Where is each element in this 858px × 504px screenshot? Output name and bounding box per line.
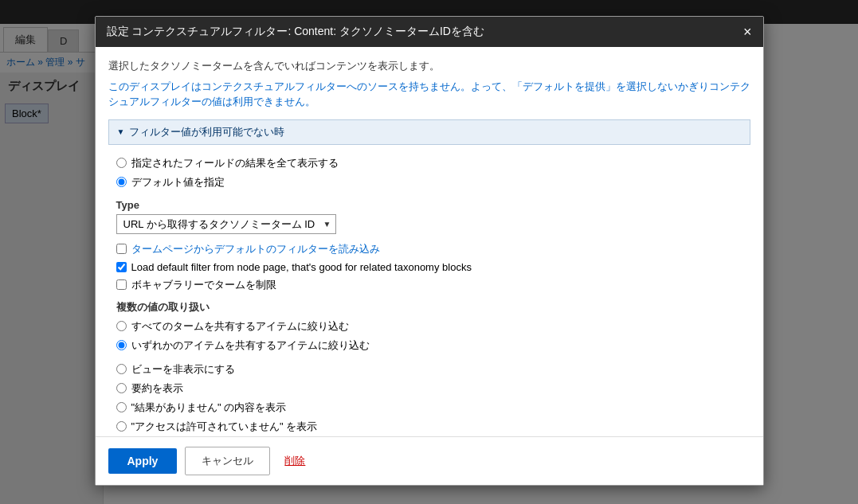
type-label: Type bbox=[116, 199, 742, 211]
checkbox-item-2: Load default filter from node page, that… bbox=[116, 261, 742, 273]
radio-any-terms-label: いずれかのアイテムを共有するアイテムに絞り込む bbox=[131, 338, 370, 353]
info-text-1: 選択したタクソノミータームを含んでいればコンテンツを表示します。 bbox=[108, 58, 750, 74]
radio-default-label: デフォルト値を指定 bbox=[131, 175, 225, 189]
radio-all[interactable] bbox=[116, 158, 127, 168]
radio-item-all-terms[interactable]: すべてのタームを共有するアイテムに絞り込む bbox=[116, 319, 742, 334]
delete-button[interactable]: 削除 bbox=[278, 451, 311, 471]
radio-no-results-label: "結果がありません" の内容を表示 bbox=[131, 400, 287, 415]
radio-item-summary[interactable]: 要約を表示 bbox=[116, 381, 742, 396]
checkbox-vocabulary[interactable] bbox=[116, 279, 127, 290]
type-select-wrapper: URL から取得するタクソノミーターム ID ▼ bbox=[116, 214, 336, 234]
radio-all-terms[interactable] bbox=[116, 321, 127, 331]
radio-access-denied[interactable] bbox=[116, 421, 127, 432]
type-select[interactable]: URL から取得するタクソノミーターム ID bbox=[116, 214, 336, 234]
radio-item-no-results[interactable]: "結果がありません" の内容を表示 bbox=[116, 400, 742, 415]
apply-button[interactable]: Apply bbox=[108, 448, 178, 474]
radio-group-1: 指定されたフィールドの結果を全て表示する デフォルト値を指定 bbox=[116, 156, 742, 189]
radio-item-access-denied[interactable]: "アクセスは許可されていません" を表示 bbox=[116, 420, 742, 434]
radio-item-default[interactable]: デフォルト値を指定 bbox=[116, 175, 742, 189]
modal-body: 選択したタクソノミータームを含んでいればコンテンツを表示します。 このディスプレ… bbox=[96, 47, 763, 436]
section-arrow-icon: ▼ bbox=[117, 127, 125, 136]
radio-access-denied-label: "アクセスは許可されていません" を表示 bbox=[131, 420, 318, 434]
multi-value-title: 複数の値の取り扱い bbox=[116, 300, 742, 315]
radio-default[interactable] bbox=[116, 177, 127, 187]
checkbox-term-page-label: タームページからデフォルトのフィルターを読み込み bbox=[131, 242, 380, 256]
checkbox-vocabulary-label: ボキャブラリーでタームを制限 bbox=[131, 278, 276, 292]
modal-close-button[interactable]: × bbox=[743, 25, 752, 39]
modal-footer: Apply キャンセル 削除 bbox=[96, 436, 763, 485]
modal-header: 設定 コンテクスチュアルフィルター: Content: タクソノミータームIDを… bbox=[96, 17, 763, 47]
radio-group-no-result: ビューを非表示にする 要約を表示 "結果がありません" の内容を表示 "アクセス… bbox=[116, 362, 742, 434]
modal-overlay: 設定 コンテクスチュアルフィルター: Content: タクソノミータームIDを… bbox=[0, 0, 858, 504]
checkbox-node-page-label: Load default filter from node page, that… bbox=[131, 261, 472, 273]
section-header[interactable]: ▼ フィルター値が利用可能でない時 bbox=[108, 119, 750, 145]
section-header-label: フィルター値が利用可能でない時 bbox=[129, 125, 284, 139]
radio-group-multi: すべてのタームを共有するアイテムに絞り込む いずれかのアイテムを共有するアイテム… bbox=[116, 319, 742, 353]
checkbox-item-1: タームページからデフォルトのフィルターを読み込み bbox=[116, 242, 742, 256]
radio-no-results[interactable] bbox=[116, 402, 127, 412]
radio-hide-label: ビューを非表示にする bbox=[131, 362, 235, 377]
cancel-button[interactable]: キャンセル bbox=[185, 447, 270, 475]
info-text-2: このディスプレイはコンテクスチュアルフィルターへのソースを持ちません。よって、「… bbox=[108, 79, 750, 110]
checkbox-item-3: ボキャブラリーでタームを制限 bbox=[116, 278, 742, 292]
form-section: 指定されたフィールドの結果を全て表示する デフォルト値を指定 Type URL … bbox=[108, 156, 750, 437]
radio-item-all[interactable]: 指定されたフィールドの結果を全て表示する bbox=[116, 156, 742, 170]
modal-dialog: 設定 コンテクスチュアルフィルター: Content: タクソノミータームIDを… bbox=[95, 16, 764, 486]
modal-title: 設定 コンテクスチュアルフィルター: Content: タクソノミータームIDを… bbox=[107, 25, 484, 39]
radio-summary[interactable] bbox=[116, 383, 127, 393]
radio-any-terms[interactable] bbox=[116, 340, 127, 350]
radio-summary-label: 要約を表示 bbox=[131, 381, 183, 396]
radio-item-any-terms[interactable]: いずれかのアイテムを共有するアイテムに絞り込む bbox=[116, 338, 742, 353]
radio-all-terms-label: すべてのタームを共有するアイテムに絞り込む bbox=[131, 319, 349, 334]
checkbox-term-page[interactable] bbox=[116, 244, 127, 254]
radio-item-hide[interactable]: ビューを非表示にする bbox=[116, 362, 742, 377]
radio-hide[interactable] bbox=[116, 364, 127, 374]
checkbox-node-page[interactable] bbox=[116, 262, 127, 272]
radio-all-label: 指定されたフィールドの結果を全て表示する bbox=[131, 156, 339, 170]
